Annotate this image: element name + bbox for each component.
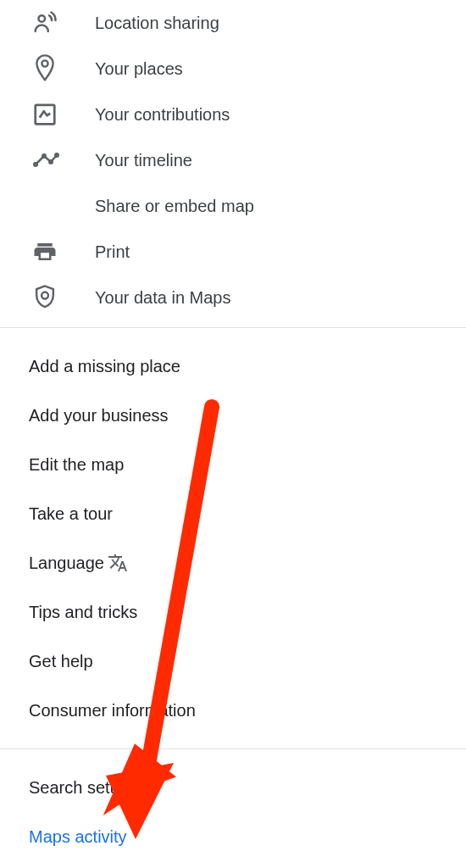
menu-item-language[interactable]: Language [29,538,466,587]
svg-point-0 [39,15,46,22]
menu-item-tips-tricks[interactable]: Tips and tricks [29,587,466,637]
contributions-icon [0,102,95,127]
menu-item-search-settings[interactable]: Search settings [29,763,466,812]
menu-item-label: Add a missing place [29,357,180,376]
menu-item-get-help[interactable]: Get help [29,637,466,686]
location-sharing-icon [0,10,95,36]
menu-item-label: Tips and tricks [29,603,137,622]
menu-item-label: Your places [95,59,183,79]
translate-icon [108,553,128,573]
menu-top-section: Location sharing Your places Your contri… [0,0,466,320]
menu-item-label: Share or embed map [95,197,254,216]
menu-item-label: Print [95,242,130,262]
menu-item-label: Edit the map [29,455,124,475]
menu-item-label: Location sharing [95,14,219,33]
divider [0,327,466,328]
print-icon [0,239,95,264]
menu-item-label: Take a tour [29,504,113,524]
menu-item-label: Add your business [29,406,169,426]
place-pin-icon [0,53,95,84]
menu-item-label: Your timeline [95,151,192,170]
menu-item-consumer-info[interactable]: Consumer information [29,686,466,735]
menu-item-take-tour[interactable]: Take a tour [29,489,466,538]
menu-item-add-missing-place[interactable]: Add a missing place [29,342,466,391]
menu-bottom-section: Search settings Maps activity [0,756,466,868]
menu-item-label: Your contributions [95,105,230,125]
menu-item-your-places[interactable]: Your places [0,46,466,92]
menu-item-edit-map[interactable]: Edit the map [29,440,466,489]
menu-middle-section: Add a missing place Add your business Ed… [0,335,466,742]
menu-item-your-data[interactable]: Your data in Maps [0,275,466,320]
menu-item-your-timeline[interactable]: Your timeline [0,137,466,183]
menu-item-label: Maps activity [29,827,127,847]
menu-item-label: Language [29,554,104,573]
timeline-icon [0,152,95,169]
menu-item-your-contributions[interactable]: Your contributions [0,92,466,137]
menu-item-label: Consumer information [29,701,196,721]
menu-item-maps-activity[interactable]: Maps activity [29,812,466,861]
privacy-shield-icon [0,284,95,311]
menu-item-label: Your data in Maps [95,288,230,308]
svg-point-1 [42,60,47,66]
divider [0,748,466,749]
menu-item-location-sharing[interactable]: Location sharing [0,0,466,46]
svg-point-7 [42,292,48,299]
menu-item-label: Get help [29,652,93,671]
menu-item-share-embed[interactable]: Share or embed map [0,183,466,229]
menu-item-add-business[interactable]: Add your business [29,391,466,440]
menu-item-label: Search settings [29,778,146,798]
menu-item-print[interactable]: Print [0,229,466,275]
